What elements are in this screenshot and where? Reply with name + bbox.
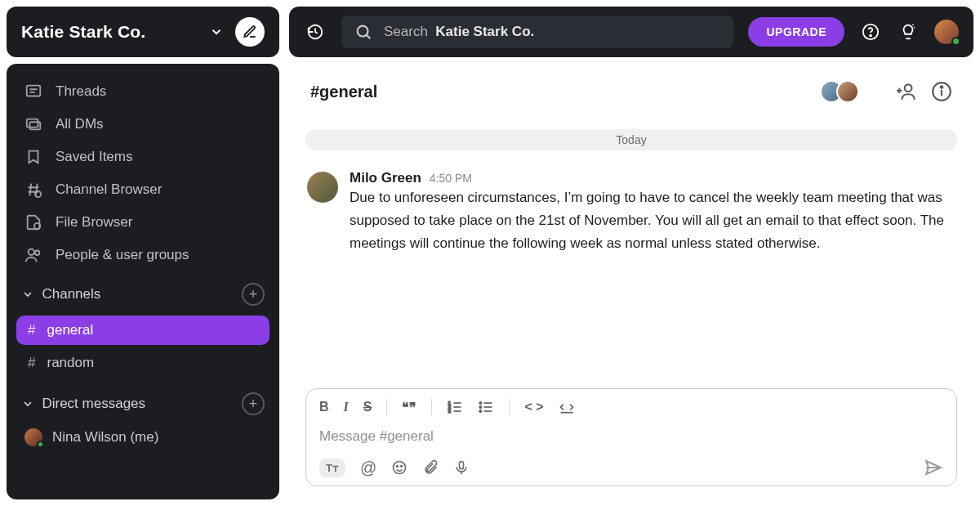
- svg-point-38: [401, 466, 403, 468]
- chevron-down-icon: [21, 397, 34, 410]
- user-avatar[interactable]: [934, 20, 959, 44]
- sidebar: Threads All DMs Saved Items Channel Brow…: [7, 64, 279, 499]
- italic-icon[interactable]: I: [344, 400, 349, 414]
- svg-point-32: [480, 402, 483, 405]
- main-panel: #general Today Milo Green 4:50 PM: [289, 64, 973, 499]
- sidebar-item-file-browser[interactable]: File Browser: [7, 206, 279, 239]
- help-icon[interactable]: [859, 20, 882, 43]
- whats-new-icon[interactable]: [897, 20, 920, 43]
- bookmark-icon: [24, 148, 42, 166]
- svg-point-37: [397, 466, 399, 468]
- channel-label: general: [47, 322, 93, 338]
- presence-indicator: [951, 37, 960, 46]
- add-channel-button[interactable]: +: [242, 283, 265, 306]
- chevron-down-icon: [21, 288, 34, 301]
- bullet-list-icon[interactable]: [478, 399, 494, 415]
- sidebar-label: Saved Items: [56, 149, 133, 165]
- svg-line-12: [36, 184, 38, 196]
- bold-icon[interactable]: B: [319, 400, 329, 414]
- add-people-icon[interactable]: [897, 81, 918, 102]
- dms-icon: [24, 115, 42, 133]
- search-input[interactable]: Search Katie Stark Co.: [341, 16, 733, 48]
- search-placeholder: Search Katie Stark Co.: [384, 24, 534, 40]
- svg-point-16: [35, 251, 40, 256]
- dm-label: Nina Wilson (me): [52, 429, 158, 446]
- sidebar-item-threads[interactable]: Threads: [7, 75, 279, 108]
- format-toolbar: B I S ❝❞ 123 < >: [319, 397, 943, 423]
- send-button[interactable]: [924, 458, 943, 477]
- svg-point-33: [480, 406, 483, 409]
- ordered-list-icon[interactable]: 123: [447, 399, 463, 415]
- search-icon: [354, 23, 372, 41]
- channel-title[interactable]: #general: [310, 83, 377, 101]
- svg-point-0: [358, 26, 368, 37]
- composer-input[interactable]: [319, 423, 943, 453]
- composer-bottom-toolbar: Tᴛ @: [319, 453, 943, 477]
- svg-point-17: [905, 84, 912, 92]
- sidebar-label: File Browser: [56, 214, 132, 231]
- svg-point-3: [870, 35, 871, 37]
- message-body: Due to unforeseen circumstances, I’m goi…: [350, 186, 956, 255]
- emoji-icon[interactable]: [391, 459, 408, 476]
- channels-section-header[interactable]: Channels +: [7, 271, 279, 312]
- message-author[interactable]: Milo Green: [350, 170, 421, 186]
- chevron-down-icon: [209, 25, 224, 39]
- svg-rect-7: [27, 119, 38, 128]
- channel-browser-icon: [24, 181, 42, 199]
- message[interactable]: Milo Green 4:50 PM Due to unforeseen cir…: [305, 165, 957, 260]
- day-divider: Today: [305, 129, 957, 150]
- compose-button[interactable]: [235, 17, 265, 47]
- sidebar-item-saved[interactable]: Saved Items: [7, 141, 279, 173]
- message-list: Today Milo Green 4:50 PM Due to unforese…: [289, 119, 973, 377]
- sidebar-item-people[interactable]: People & user groups: [7, 239, 279, 271]
- sidebar-item-channel-browser[interactable]: Channel Browser: [7, 173, 279, 206]
- workspace-switcher[interactable]: Katie Stark Co.: [7, 7, 279, 57]
- channel-general[interactable]: # general: [16, 316, 270, 345]
- attachment-icon[interactable]: [422, 459, 439, 476]
- channel-header: #general: [289, 64, 973, 119]
- workspace-name: Katie Stark Co.: [21, 22, 198, 42]
- avatar: [24, 428, 42, 446]
- message-time: 4:50 PM: [430, 172, 472, 185]
- add-dm-button[interactable]: +: [242, 392, 265, 415]
- sidebar-label: People & user groups: [56, 247, 189, 263]
- sidebar-label: All DMs: [56, 116, 104, 132]
- people-icon: [24, 246, 42, 264]
- avatar: [836, 80, 859, 103]
- topbar: Search Katie Stark Co. UPGRADE: [289, 7, 973, 57]
- format-toggle-icon[interactable]: Tᴛ: [319, 459, 345, 477]
- svg-point-36: [394, 462, 406, 474]
- svg-line-1: [367, 35, 370, 38]
- svg-text:3: 3: [448, 409, 451, 414]
- channel-details-icon[interactable]: [931, 81, 952, 102]
- threads-icon: [24, 83, 42, 101]
- svg-rect-4: [27, 86, 41, 96]
- avatar[interactable]: [307, 172, 338, 203]
- svg-point-34: [480, 410, 483, 413]
- hash-icon: #: [28, 355, 35, 371]
- channel-label: random: [47, 355, 94, 371]
- mention-icon[interactable]: @: [360, 459, 376, 477]
- sidebar-item-all-dms[interactable]: All DMs: [7, 108, 279, 141]
- quote-icon[interactable]: ❝❞: [402, 400, 416, 415]
- history-icon[interactable]: [304, 20, 327, 43]
- svg-rect-39: [460, 462, 464, 469]
- message-composer[interactable]: B I S ❝❞ 123 < > Tᴛ @: [305, 388, 957, 486]
- dm-item[interactable]: Nina Wilson (me): [7, 422, 279, 453]
- upgrade-button[interactable]: UPGRADE: [748, 17, 844, 47]
- file-browser-icon: [24, 213, 42, 231]
- svg-point-22: [941, 86, 943, 88]
- sidebar-label: Threads: [56, 83, 106, 100]
- svg-line-11: [29, 184, 31, 196]
- svg-point-15: [29, 249, 34, 255]
- code-block-icon[interactable]: [559, 399, 575, 415]
- microphone-icon[interactable]: [453, 459, 470, 476]
- channel-random[interactable]: # random: [16, 348, 270, 378]
- code-icon[interactable]: < >: [524, 400, 543, 414]
- dms-section-header[interactable]: Direct messages +: [7, 381, 279, 422]
- member-avatars[interactable]: [826, 80, 859, 103]
- strike-icon[interactable]: S: [363, 400, 372, 414]
- sidebar-label: Channel Browser: [56, 181, 162, 198]
- hash-icon: #: [28, 322, 35, 338]
